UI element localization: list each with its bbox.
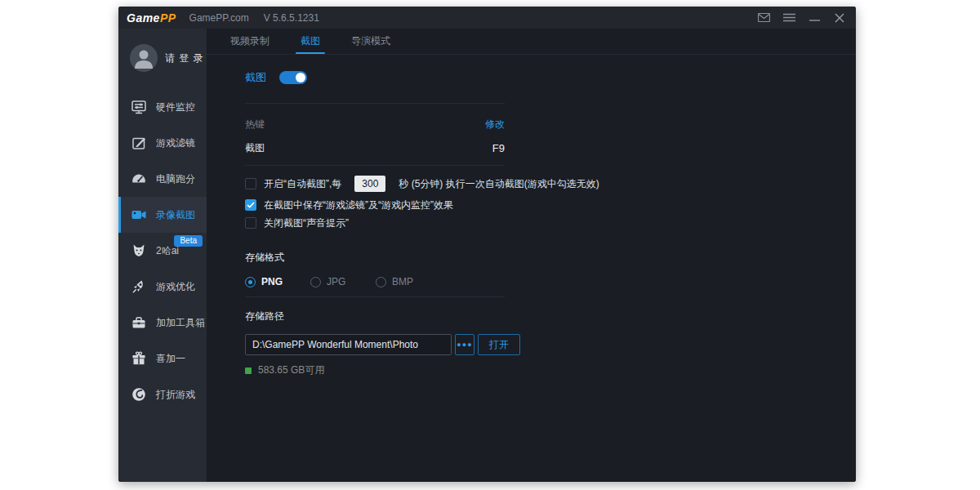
storage-path-row: ●●● 打开	[245, 334, 840, 355]
sidebar-item-label: 电脑跑分	[156, 172, 195, 186]
format-option-bmp[interactable]: BMP	[376, 276, 441, 287]
format-radio-group: PNG JPG BMP	[245, 275, 840, 288]
sidebar-item-free-games[interactable]: 喜加一	[118, 341, 207, 376]
sidebar-item-discount-games[interactable]: 打折游戏	[118, 376, 207, 412]
format-option-jpg[interactable]: JPG	[310, 276, 376, 287]
format-option-png[interactable]: PNG	[245, 276, 310, 287]
mute-sound-text: 关闭截图“声音提示”	[264, 216, 349, 230]
radio-icon	[310, 277, 321, 287]
hotkey-row: 截图 F9	[245, 141, 505, 155]
sidebar-item-label: 喜加一	[156, 352, 185, 366]
browse-button[interactable]: ●●●	[455, 334, 474, 355]
desktop-background: GamePP GamePP.com V 5.6.5.1231	[0, 0, 980, 490]
gauge-icon	[130, 170, 148, 188]
sidebar-item-label: 打折游戏	[156, 388, 195, 402]
logo-text-pp: PP	[160, 11, 176, 24]
sidebar-item-label: 加加工具箱	[156, 316, 205, 330]
window-body: 请 登 录 硬件监控 游戏滤镜	[118, 29, 856, 482]
hotkey-header: 热键 修改	[245, 118, 505, 131]
mute-sound-option: 关闭截图“声音提示”	[245, 216, 840, 230]
save-effects-option: 在截图中保存“游戏滤镜”及“游戏内监控”效果	[245, 198, 840, 212]
screenshot-toggle-row: 截图	[245, 69, 840, 86]
open-folder-button[interactable]: 打开	[478, 334, 520, 355]
filter-brush-icon	[130, 134, 148, 152]
divider	[245, 103, 505, 104]
auto-screenshot-checkbox[interactable]	[245, 178, 256, 189]
format-section-label: 存储格式	[245, 251, 840, 265]
menu-icon[interactable]	[782, 12, 795, 24]
gamepp-window: GamePP GamePP.com V 5.6.5.1231	[118, 7, 856, 482]
avatar	[130, 44, 158, 72]
check-icon	[247, 202, 255, 208]
radio-label: PNG	[261, 276, 283, 287]
mute-sound-checkbox[interactable]	[245, 217, 256, 229]
gift-icon	[130, 350, 148, 368]
hotkey-value: F9	[492, 142, 505, 154]
toolbox-icon	[130, 314, 148, 332]
radio-label: JPG	[327, 276, 345, 287]
screenshot-settings-page: 截图 热键 修改 截图 F9 开启“自动截	[207, 55, 856, 377]
sidebar-item-label: 游戏滤镜	[156, 136, 195, 150]
screenshot-toggle-label: 截图	[245, 70, 266, 85]
disk-free-label: 583.65 GB可用	[258, 363, 324, 377]
ellipsis-icon: ●●●	[457, 341, 472, 349]
sidebar-item-game-optimize[interactable]: 游戏优化	[118, 269, 207, 305]
sidebar-item-2ha-ai[interactable]: 2哈ai Beta	[118, 233, 207, 269]
sidebar-item-label: 录像截图	[156, 208, 195, 222]
site-label: GamePP.com	[189, 12, 249, 24]
radio-icon	[245, 277, 256, 287]
hotkey-action-label: 截图	[245, 141, 265, 155]
sidebar-item-label: 游戏优化	[156, 280, 195, 294]
save-effects-checkbox[interactable]	[245, 199, 256, 211]
monitor-icon	[130, 98, 148, 116]
sidebar-item-recording[interactable]: 录像截图	[118, 197, 207, 233]
gamepp-logo: GamePP	[127, 11, 176, 24]
login-label: 请 登 录	[165, 51, 204, 65]
sidebar: 请 登 录 硬件监控 游戏滤镜	[118, 29, 207, 482]
mail-icon[interactable]	[757, 12, 770, 24]
husky-dog-icon	[130, 242, 148, 260]
titlebar-controls	[757, 12, 846, 24]
disk-indicator-icon	[245, 368, 252, 374]
sidebar-item-toolbox[interactable]: 加加工具箱	[118, 305, 207, 341]
divider	[245, 165, 505, 166]
hotkey-section-label: 热键	[245, 118, 265, 131]
rocket-icon	[130, 278, 148, 296]
radio-label: BMP	[392, 276, 413, 287]
radio-icon	[376, 277, 386, 287]
tab-screenshot[interactable]: 截图	[297, 29, 323, 54]
beta-badge: Beta	[174, 235, 203, 247]
disk-space-row: 583.65 GB可用	[245, 363, 840, 377]
video-camera-icon	[130, 206, 148, 224]
content-area: 视频录制 截图 导演模式 截图 热键 修改 截图	[207, 29, 856, 482]
sidebar-item-game-filter[interactable]: 游戏滤镜	[118, 125, 207, 161]
interval-input[interactable]	[354, 176, 385, 192]
auto-screenshot-option: 开启“自动截图”,每 秒 (5分钟) 执行一次自动截图(游戏中勾选无效)	[245, 175, 840, 193]
tab-video-recording[interactable]: 视频录制	[227, 29, 273, 54]
sidebar-item-hardware-monitor[interactable]: 硬件监控	[118, 89, 207, 125]
storage-path-input[interactable]	[245, 334, 452, 355]
modify-link[interactable]: 修改	[485, 118, 505, 131]
close-icon[interactable]	[833, 12, 846, 24]
sidebar-item-benchmark[interactable]: 电脑跑分	[118, 161, 207, 197]
swirl-icon	[130, 385, 148, 403]
screenshot-toggle[interactable]	[279, 71, 307, 84]
sidebar-login[interactable]: 请 登 录	[118, 35, 207, 81]
save-effects-text: 在截图中保存“游戏滤镜”及“游戏内监控”效果	[264, 198, 453, 212]
tab-bar: 视频录制 截图 导演模式	[207, 29, 856, 55]
divider	[245, 296, 505, 297]
storage-section-label: 存储路径	[245, 310, 840, 323]
tab-director-mode[interactable]: 导演模式	[348, 29, 394, 54]
auto-screenshot-text-after: 秒 (5分钟) 执行一次自动截图(游戏中勾选无效)	[399, 177, 599, 191]
auto-screenshot-text-before: 开启“自动截图”,每	[264, 177, 341, 191]
titlebar: GamePP GamePP.com V 5.6.5.1231	[118, 7, 856, 29]
version-label: V 5.6.5.1231	[264, 12, 319, 24]
sidebar-item-label: 硬件监控	[156, 100, 195, 114]
logo-text-game: Game	[127, 11, 160, 24]
toggle-knob	[296, 73, 305, 82]
minimize-icon[interactable]	[808, 12, 821, 24]
